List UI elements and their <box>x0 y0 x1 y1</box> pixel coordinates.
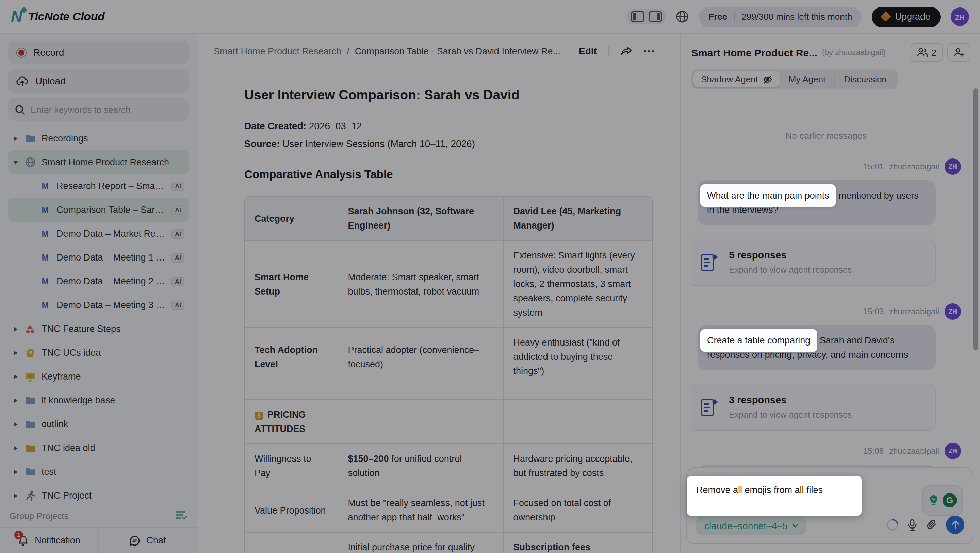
model-selector[interactable]: claude–sonnet–4–5 <box>696 516 807 535</box>
record-icon <box>16 47 27 57</box>
send-button[interactable] <box>946 516 964 534</box>
tree-item-lf-knowledge-base[interactable]: lf knowledge base <box>8 388 189 412</box>
tree-item-tnc-idea-old[interactable]: TNC idea old <box>8 436 189 460</box>
invite-button[interactable] <box>947 43 970 62</box>
message-meta: 15:03 zhuozaabigail ZH <box>692 304 961 320</box>
tree-item-tnc-feature-steps[interactable]: TNC Feature Steps <box>8 317 189 341</box>
notification-button[interactable]: 1 Notification <box>0 528 98 553</box>
tree-item-label: Demo Data – Meeting 3 – In... <box>56 300 166 310</box>
tree-item-comparison-table[interactable]: M Comparison Table – Sarah v... AI <box>8 198 189 222</box>
cell-david <box>504 400 652 444</box>
responses-expand-hint: Expand to view agent responses <box>729 410 852 420</box>
tree-item-demo-market[interactable]: M Demo Data – Market Resea... AI <box>8 222 189 246</box>
grammarly-g-icon: G <box>943 493 957 507</box>
message-time: 15:06 <box>863 446 884 456</box>
row-label: Willingness to Pay <box>245 444 338 488</box>
caret-down-icon[interactable] <box>12 159 19 165</box>
doc-section-title: Comparative Analysis Table <box>244 168 653 181</box>
panel-scrollbar-thumb[interactable] <box>973 88 978 350</box>
toolbar-divider <box>608 46 609 56</box>
tree-item-demo-meeting-1[interactable]: M Demo Data – Meeting 1 – U... AI <box>8 246 189 269</box>
grammarly-widget[interactable]: G <box>922 485 963 516</box>
language-globe-icon[interactable] <box>676 10 689 23</box>
money-bag-icon: $ <box>255 412 263 420</box>
gem-icon <box>881 11 891 22</box>
edit-button[interactable]: Edit <box>579 46 597 56</box>
message-user: zhuozaabigail <box>889 307 939 316</box>
chat-bubble-icon <box>129 535 140 546</box>
row-label <box>245 532 338 553</box>
caret-right-icon[interactable] <box>12 374 19 379</box>
tree-item-research-report[interactable]: M Research Report – Smart H... AI <box>8 174 189 198</box>
tree-item-tnc-project[interactable]: TNC Project <box>8 484 189 507</box>
project-list-icon[interactable] <box>176 510 187 522</box>
caret-right-icon[interactable] <box>12 326 19 332</box>
chat-button[interactable]: Chat <box>99 528 197 553</box>
toggle-left-panel-icon[interactable] <box>631 11 644 22</box>
agent-responses-card[interactable]: 3 responses Expand to view agent respons… <box>692 384 936 431</box>
project-globe-icon <box>24 157 36 167</box>
tree-item-recordings[interactable]: Recordings <box>8 127 189 150</box>
message-user: zhuozaabigail <box>889 162 939 172</box>
sidebar-search[interactable] <box>8 98 189 121</box>
tree-item-keyframe[interactable]: Keyframe <box>8 365 189 388</box>
record-button[interactable]: Record <box>8 41 189 64</box>
tab-discussion[interactable]: Discussion <box>835 72 896 87</box>
caret-right-icon[interactable] <box>12 350 19 355</box>
members-button[interactable]: 2 <box>911 43 943 62</box>
tree-item-test[interactable]: test <box>8 460 189 484</box>
ai-badge: AI <box>172 181 185 191</box>
tree-item-smart-home-project[interactable]: Smart Home Product Research <box>8 150 189 174</box>
cell-sarah: Initial purchase price for quality <box>338 532 503 553</box>
tree-item-label: Keyframe <box>41 371 81 381</box>
markdown-file-icon: M <box>40 205 51 215</box>
tree-item-demo-meeting-3[interactable]: M Demo Data – Meeting 3 – In... AI <box>8 293 189 317</box>
upgrade-button[interactable]: Upgrade <box>872 6 940 27</box>
responses-count: 3 responses <box>729 394 852 405</box>
message-input-spotlight[interactable]: Remove all emojis from all files <box>687 476 862 516</box>
file-tree: Recordings Smart Home Product Research M… <box>8 127 189 507</box>
notification-label: Notification <box>35 536 80 545</box>
agent-responses-card[interactable]: 5 responses Expand to view agent respons… <box>692 239 936 286</box>
breadcrumb-parent[interactable]: Smart Home Product Research <box>214 46 341 56</box>
tree-item-label: TNC Project <box>41 490 92 501</box>
folder-icon <box>24 467 36 476</box>
cell-david: Extensive: Smart lights (every room), vi… <box>504 240 652 327</box>
toggle-right-panel-icon[interactable] <box>649 11 662 22</box>
doc-title: User Interview Comparison: Sarah vs Davi… <box>244 87 653 103</box>
mic-icon[interactable] <box>907 519 917 531</box>
caret-right-icon[interactable] <box>12 493 19 498</box>
app-logo: N TicNote Cloud <box>11 9 105 24</box>
upload-button[interactable]: Upload <box>8 69 189 92</box>
eye-off-icon <box>763 75 772 83</box>
tab-my-agent[interactable]: My Agent <box>780 72 834 87</box>
tree-item-demo-meeting-2[interactable]: M Demo Data – Meeting 2 – U... AI <box>8 269 189 293</box>
tree-item-label: Demo Data – Meeting 1 – U... <box>56 253 166 262</box>
caret-right-icon[interactable] <box>12 397 19 403</box>
group-projects-label: Group Projects <box>10 511 68 521</box>
table-header-row: Category Sarah Johnson (32, Software Eng… <box>245 197 652 240</box>
caret-right-icon[interactable] <box>12 469 19 474</box>
logo-text: TicNote Cloud <box>28 10 105 24</box>
search-input[interactable] <box>30 105 182 114</box>
table-row: $PRICING ATTITUDES <box>245 400 652 444</box>
share-icon[interactable] <box>620 46 632 56</box>
caret-right-icon[interactable] <box>12 445 19 451</box>
caret-right-icon[interactable] <box>12 136 19 141</box>
more-options-icon[interactable] <box>644 50 654 52</box>
tree-item-tnc-ucs-idea[interactable]: TNC UCs idea <box>8 341 189 365</box>
table-row-clipped: Initial purchase price for quality Subsc… <box>245 532 652 553</box>
group-projects-section: Group Projects <box>10 510 187 522</box>
tab-label: Shadow Agent <box>701 74 758 84</box>
upgrade-label: Upgrade <box>895 11 930 22</box>
caret-right-icon[interactable] <box>12 421 19 427</box>
tab-shadow-agent[interactable]: Shadow Agent <box>694 72 780 87</box>
markdown-file-icon: M <box>40 181 51 191</box>
doc-sparkle-icon <box>700 397 719 417</box>
attach-paperclip-icon[interactable] <box>926 519 937 531</box>
search-icon <box>15 105 25 114</box>
user-avatar[interactable]: ZH <box>951 8 969 26</box>
upload-icon <box>16 76 29 86</box>
tree-item-outlink[interactable]: outlink <box>8 412 189 436</box>
chevron-down-icon <box>792 523 798 528</box>
